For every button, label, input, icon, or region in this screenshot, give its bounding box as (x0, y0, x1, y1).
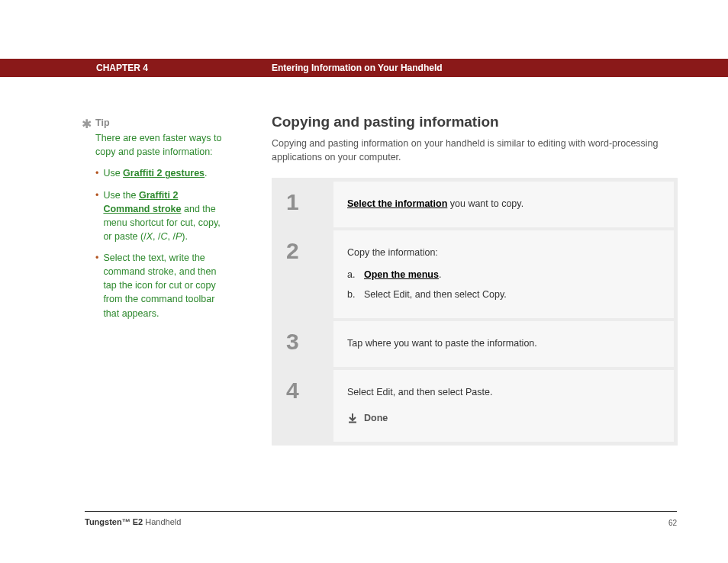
tip-bullet-3-text: Select the text, write the command strok… (103, 251, 227, 320)
chapter-header-bar: CHAPTER 4 Entering Information on Your H… (0, 59, 728, 77)
step-2-lead: Copy the information: (347, 246, 660, 259)
section-title: Copying and pasting information (272, 114, 678, 130)
chapter-label: CHAPTER 4 (96, 63, 148, 73)
step-number: 3 (286, 329, 333, 355)
substep-a: a. Open the menus. (347, 268, 660, 282)
step-body-2: Copy the information: a. Open the menus.… (333, 230, 674, 317)
substep-a-text: Open the menus. (364, 268, 441, 282)
step-number-cell: 4 (275, 370, 333, 442)
step-2-substeps: a. Open the menus. b. Select Edit, and t… (347, 268, 660, 301)
step-body-3: Tap where you want to paste the informat… (333, 321, 674, 367)
step-3-text: Tap where you want to paste the informat… (347, 338, 537, 349)
bullet-icon: • (95, 188, 98, 244)
step-number-cell: 3 (275, 321, 333, 367)
tip-bullet-1-text: Use Graffiti 2 gestures. (103, 166, 207, 180)
step-row-2: 2 Copy the information: a. Open the menu… (275, 230, 674, 320)
tip-bullet-2-suffix: ). (182, 231, 188, 242)
tip-body: There are even faster ways to copy and p… (95, 131, 227, 320)
tip-bullet-1-prefix: Use (103, 168, 123, 179)
tip-sidebar: Tip There are even faster ways to copy a… (82, 116, 227, 328)
step-row-3: 3 Tap where you want to paste the inform… (275, 321, 674, 370)
tip-bullet-1: • Use Graffiti 2 gestures. (95, 166, 227, 180)
tip-heading: Tip (95, 116, 227, 130)
tip-sep1: , / (153, 231, 160, 242)
step-number: 4 (286, 378, 333, 404)
tip-bullet-1-suffix: . (205, 168, 207, 179)
document-page: CHAPTER 4 Entering Information on Your H… (0, 0, 728, 563)
done-label: Done (364, 411, 388, 425)
shortcut-x: X (147, 231, 153, 242)
tip-bullet-2-text: Use the Graffiti 2 Command stroke and th… (103, 188, 227, 244)
step-number-cell: 2 (275, 230, 333, 317)
bullet-icon: • (95, 166, 98, 180)
footer-product-suffix: Handheld (143, 517, 181, 526)
section-intro: Copying and pasting information on your … (272, 137, 678, 164)
done-arrow-icon (347, 413, 358, 423)
step-row-4: 4 Select Edit, and then select Paste. Do… (275, 370, 674, 442)
substep-a-letter: a. (347, 268, 364, 282)
main-content: Copying and pasting information Copying … (272, 114, 678, 446)
step-row-1: 1 Select the information you want to cop… (275, 182, 674, 230)
tip-bullet-2-prefix: Use the (103, 190, 139, 201)
substep-a-suffix: . (439, 269, 441, 280)
substep-b-letter: b. (347, 288, 364, 301)
step-body-4: Select Edit, and then select Paste. Done (333, 370, 674, 442)
done-row: Done (347, 411, 660, 425)
step-number: 1 (286, 189, 333, 215)
tip-bullet-3: • Select the text, write the command str… (95, 251, 227, 320)
footer-rule (85, 511, 677, 512)
step-body-1: Select the information you want to copy. (333, 182, 674, 227)
footer-product-name: Tungsten™ E2 (85, 517, 143, 526)
tip-intro: There are even faster ways to copy and p… (95, 131, 227, 159)
tip-bullet-2: • Use the Graffiti 2 Command stroke and … (95, 188, 227, 244)
steps-container: 1 Select the information you want to cop… (272, 178, 678, 446)
chapter-title: Entering Information on Your Handheld (272, 63, 443, 73)
substep-b: b. Select Edit, and then select Copy. (347, 288, 660, 301)
footer-product: Tungsten™ E2 Handheld (85, 517, 181, 526)
tip-sep2: , / (167, 231, 175, 242)
graffiti-gestures-link[interactable]: Graffiti 2 gestures (123, 168, 205, 179)
step-4-text: Select Edit, and then select Paste. (347, 385, 660, 399)
step-1-suffix: you want to copy. (447, 198, 523, 209)
substep-b-text: Select Edit, and then select Copy. (364, 288, 507, 301)
select-information-link[interactable]: Select the information (347, 198, 447, 209)
shortcut-p: P (176, 231, 182, 242)
footer-page-number: 62 (668, 519, 677, 527)
bullet-icon: • (95, 251, 98, 320)
step-number-cell: 1 (275, 182, 333, 227)
step-number: 2 (286, 238, 333, 264)
open-menus-link[interactable]: Open the menus (364, 269, 439, 280)
